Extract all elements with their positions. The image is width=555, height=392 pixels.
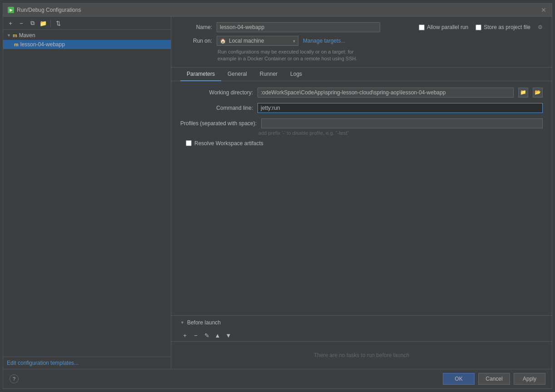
resolve-label: Resolve Workspace artifacts — [194, 140, 263, 147]
chevron-down-icon: ▾ — [293, 39, 295, 44]
title-bar: ▶ Run/Debug Configurations ✕ — [3, 4, 552, 17]
before-launch-down-btn[interactable]: ▼ — [224, 331, 233, 340]
name-label: Name: — [180, 24, 212, 30]
sidebar: + − ⧉ 📁 ⇅ ▼ m Maven m lesson-04-webapp — [3, 17, 171, 369]
working-directory-open-btn[interactable]: 📂 — [533, 88, 543, 98]
command-line-input[interactable] — [258, 103, 543, 113]
tab-parameters[interactable]: Parameters — [180, 68, 221, 81]
working-directory-input[interactable] — [258, 88, 514, 98]
before-launch-edit-btn[interactable]: ✎ — [202, 331, 211, 340]
title-bar-left: ▶ Run/Debug Configurations — [8, 7, 81, 13]
before-launch-label: Before launch — [187, 319, 221, 326]
tree-section: ▼ m Maven m lesson-04-webapp — [3, 30, 171, 50]
before-launch-section: ▼ Before launch + − ✎ ▲ ▼ There are no t… — [171, 315, 552, 369]
maven-group-icon: m — [13, 33, 17, 38]
before-launch-toolbar: + − ✎ ▲ ▼ — [171, 329, 552, 342]
dialog-footer: ? OK Cancel Apply — [3, 369, 552, 388]
content-area: + − ⧉ 📁 ⇅ ▼ m Maven m lesson-04-webapp — [3, 17, 552, 369]
tabs-bar: Parameters General Runner Logs — [171, 68, 552, 81]
manage-targets-link[interactable]: Manage targets... — [303, 38, 345, 44]
command-line-row: Command line: — [180, 103, 543, 113]
before-launch-body: There are no tasks to run before launch — [171, 342, 552, 369]
profiles-label: Profiles (separated with space): — [180, 120, 257, 127]
maven-group-label: Maven — [19, 32, 35, 39]
footer-right: OK Cancel Apply — [443, 373, 545, 385]
run-icon: ▶ — [8, 7, 14, 13]
before-launch-add-btn[interactable]: + — [180, 331, 189, 340]
command-line-label: Command line: — [180, 105, 253, 111]
working-directory-label: Working directory: — [180, 89, 253, 96]
config-header: Name: Allow parallel run Store as projec… — [171, 17, 552, 68]
tree-item-lesson04webapp[interactable]: m lesson-04-webapp — [3, 40, 171, 49]
tree-group-maven[interactable]: ▼ m Maven — [3, 31, 171, 40]
run-on-select-wrapper[interactable]: 🏠 Local machine ▾ — [217, 36, 298, 46]
allow-parallel-checkbox-container[interactable]: Allow parallel run — [419, 24, 468, 30]
run-debug-dialog: ▶ Run/Debug Configurations ✕ + − ⧉ 📁 ⇅ ▼… — [3, 3, 552, 389]
before-launch-remove-btn[interactable]: − — [191, 331, 200, 340]
working-directory-row: Working directory: 📁 📂 — [180, 88, 543, 98]
copy-config-button[interactable]: ⧉ — [28, 19, 37, 28]
folder-config-button[interactable]: 📁 — [39, 19, 48, 28]
hint-text: Run configurations may be executed local… — [218, 49, 543, 63]
run-on-row: Run on: 🏠 Local machine ▾ Manage targets… — [180, 36, 543, 46]
before-launch-header[interactable]: ▼ Before launch — [171, 316, 552, 329]
sidebar-footer: Edit configuration templates... — [3, 357, 171, 369]
run-on-select[interactable]: Local machine — [229, 38, 290, 44]
resolve-row: Resolve Workspace artifacts — [186, 140, 543, 147]
name-input[interactable] — [217, 22, 380, 32]
hint-line1: Run configurations may be executed local… — [218, 49, 354, 54]
allow-parallel-checkbox[interactable] — [419, 24, 425, 30]
allow-parallel-label: Allow parallel run — [427, 24, 468, 30]
tab-logs[interactable]: Logs — [284, 68, 308, 81]
tab-general[interactable]: General — [221, 68, 253, 81]
tab-content-parameters: Working directory: 📁 📂 Command line: Pro… — [171, 81, 552, 315]
before-launch-collapse-icon: ▼ — [180, 320, 184, 325]
store-project-checkbox-container[interactable]: Store as project file — [476, 24, 530, 30]
add-config-button[interactable]: + — [6, 19, 15, 28]
remove-config-button[interactable]: − — [17, 19, 26, 28]
footer-left: ? — [10, 374, 19, 383]
apply-button[interactable]: Apply — [514, 373, 545, 385]
main-panel: Name: Allow parallel run Store as projec… — [171, 17, 552, 369]
dialog-title: Run/Debug Configurations — [17, 7, 81, 13]
ok-button[interactable]: OK — [443, 373, 475, 385]
name-row: Name: Allow parallel run Store as projec… — [180, 22, 543, 32]
cancel-button[interactable]: Cancel — [478, 373, 510, 385]
tree-item-label: lesson-04-webapp — [20, 41, 65, 48]
run-on-label: Run on: — [180, 38, 212, 44]
profiles-hint: add prefix '-' to disable profile, e.g. … — [258, 130, 543, 136]
maven-item-icon: m — [14, 42, 19, 47]
working-directory-folder-btn[interactable]: 📁 — [518, 88, 528, 98]
before-launch-up-btn[interactable]: ▲ — [213, 331, 222, 340]
profiles-row: Profiles (separated with space): — [180, 118, 543, 128]
help-button[interactable]: ? — [10, 374, 19, 383]
project-settings-icon[interactable]: ⚙ — [538, 24, 543, 30]
sort-config-button[interactable]: ⇅ — [54, 19, 63, 28]
toolbar-divider — [50, 20, 51, 27]
tab-runner[interactable]: Runner — [253, 68, 284, 81]
store-project-label: Store as project file — [484, 24, 530, 30]
profiles-input[interactable] — [261, 118, 543, 128]
hint-line2: example in a Docker Container or on a re… — [218, 56, 357, 61]
edit-templates-link[interactable]: Edit configuration templates... — [7, 360, 79, 366]
resolve-checkbox[interactable] — [186, 140, 192, 146]
sidebar-toolbar: + − ⧉ 📁 ⇅ — [3, 17, 171, 30]
local-machine-icon: 🏠 — [220, 38, 226, 44]
store-project-checkbox[interactable] — [476, 24, 481, 30]
close-button[interactable]: ✕ — [540, 6, 547, 14]
no-tasks-text: There are no tasks to run before launch — [314, 352, 409, 358]
